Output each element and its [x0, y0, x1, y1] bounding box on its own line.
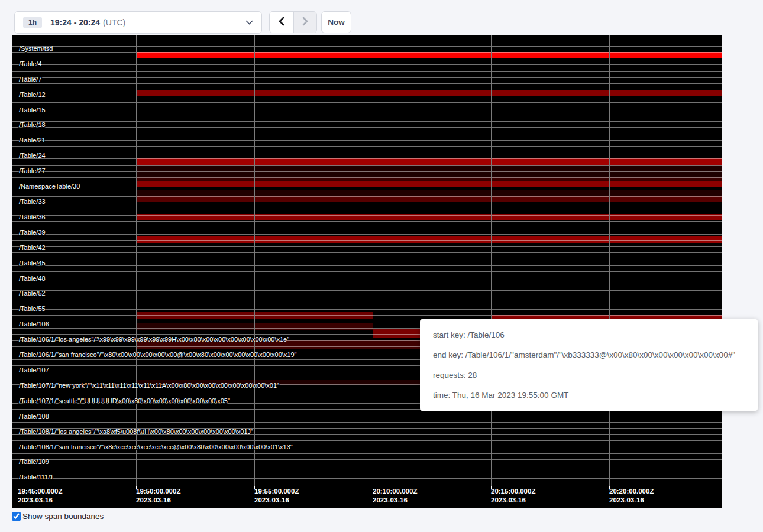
span-boundary-line	[12, 83, 722, 84]
axis-date-text: 2023-03-16	[254, 496, 299, 505]
heatmap-band	[255, 323, 373, 330]
axis-time-text: 19:50:00.000Z	[136, 487, 180, 496]
row-label: /Table/4	[19, 60, 42, 68]
row-label: /Table/21	[19, 137, 46, 144]
span-boundary-line	[12, 102, 722, 103]
heatmap-band	[137, 158, 722, 165]
time-range-badge: 1h	[23, 17, 42, 28]
span-boundary-line	[12, 466, 722, 466]
axis-time-text: 20:10:00.000Z	[373, 487, 417, 496]
row-label: /Table/106	[19, 320, 49, 328]
axis-date-text: 2023-03-16	[373, 496, 417, 505]
span-boundary-line	[12, 234, 722, 235]
span-boundary-line	[12, 196, 722, 197]
span-boundary-line	[12, 315, 722, 316]
span-boundary-line	[12, 52, 722, 53]
key-visualizer-heatmap[interactable]: /System/tsd/Table/4/Table/7/Table/12/Tab…	[12, 35, 722, 508]
row-label: /Table/24	[19, 152, 46, 160]
span-boundary-line	[12, 146, 722, 147]
span-boundary-line	[12, 271, 722, 272]
span-boundary-line	[12, 64, 722, 65]
row-label: /Table/106/1/"san francisco"/"\x80\x00\x…	[19, 351, 297, 359]
span-boundary-line	[12, 140, 722, 141]
footer-options: Show span boundaries	[12, 512, 104, 521]
span-boundary-line	[12, 472, 722, 472]
row-label: /Table/45	[19, 259, 46, 267]
span-boundary-line	[12, 252, 722, 253]
time-gridline	[254, 35, 255, 486]
span-boundary-line	[12, 46, 722, 47]
span-boundary-line	[12, 459, 722, 460]
span-boundary-line	[12, 265, 722, 266]
span-boundary-line	[12, 59, 722, 59]
axis-time-text: 20:15:00.000Z	[491, 487, 535, 496]
span-tooltip: start key: /Table/106 end key: /Table/10…	[420, 319, 758, 411]
row-label: /Table/107/1/"seattle"/"UUUUUUD\x00\x80\…	[19, 397, 230, 405]
span-boundary-line	[12, 190, 722, 190]
row-label: /Table/27	[19, 167, 46, 175]
time-gridline	[609, 35, 610, 486]
row-label: /Table/33	[19, 198, 46, 206]
next-time-button[interactable]	[293, 12, 317, 33]
row-label: /Table/18	[19, 121, 46, 129]
span-boundary-line	[12, 171, 722, 172]
time-gridline	[373, 35, 373, 486]
span-boundary-line	[12, 297, 722, 297]
span-boundary-line	[12, 416, 722, 416]
tooltip-requests: requests: 28	[433, 365, 745, 385]
row-label: /System/tsd	[19, 45, 53, 53]
prev-time-button[interactable]	[270, 12, 293, 33]
axis-time-label: 19:55:00.000Z2023-03-16	[254, 487, 299, 505]
axis-date-text: 2023-03-16	[609, 496, 654, 505]
span-boundary-line	[12, 40, 722, 40]
time-range-dropdown[interactable]: 1h 19:24 - 20:24 (UTC)	[14, 11, 262, 34]
span-boundary-line	[12, 240, 722, 241]
axis-time-text: 19:45:00.000Z	[18, 487, 62, 496]
row-label: /NamespaceTable/30	[19, 183, 80, 190]
row-label: /Table/55	[19, 305, 46, 313]
span-boundary-line	[12, 228, 722, 228]
span-boundary-line	[12, 203, 722, 203]
row-label: /Table/42	[19, 244, 46, 252]
span-boundary-line	[12, 121, 722, 122]
span-boundary-line	[12, 177, 722, 178]
span-boundary-line	[12, 115, 722, 115]
axis-time-text: 20:20:00.000Z	[609, 487, 654, 496]
span-boundary-line	[12, 209, 722, 209]
span-boundary-line	[12, 309, 722, 310]
span-boundary-line	[12, 158, 722, 159]
span-boundary-line	[12, 259, 722, 259]
row-label: /Table/52	[19, 290, 46, 297]
axis-time-label: 19:45:00.000Z2023-03-16	[18, 487, 62, 505]
span-boundary-line	[12, 153, 722, 153]
span-boundary-line	[12, 303, 722, 303]
tooltip-time: time: Thu, 16 Mar 2023 19:55:00 GMT	[433, 385, 745, 406]
span-boundary-line	[12, 478, 722, 479]
span-boundary-line	[12, 453, 722, 454]
row-label: /Table/108/1/"san francisco"/"\x8c\xcc\x…	[19, 443, 293, 451]
row-label: /Table/107	[19, 366, 49, 374]
show-span-boundaries-label[interactable]: Show span boundaries	[22, 512, 104, 521]
show-span-boundaries-checkbox[interactable]	[12, 512, 21, 521]
axis-time-text: 19:55:00.000Z	[254, 487, 299, 496]
span-boundary-line	[12, 290, 722, 291]
span-boundary-line	[12, 165, 722, 166]
row-label: /Table/106/1/"los angeles"/"\x99\x99\x99…	[19, 336, 289, 343]
axis-time-label: 19:50:00.000Z2023-03-16	[136, 487, 180, 505]
span-boundary-line	[12, 96, 722, 96]
row-label: /Table/108/1/"los angeles"/"\xa8\xf5\u00…	[19, 428, 253, 436]
axis-time-label: 20:15:00.000Z2023-03-16	[491, 487, 535, 505]
heatmap-band	[137, 52, 722, 58]
row-label: /Table/107/1/"new york"/"\x11\x11\x11\x1…	[19, 382, 279, 390]
now-button[interactable]: Now	[321, 11, 351, 33]
span-boundary-line	[12, 246, 722, 247]
span-boundary-line	[12, 77, 722, 78]
span-boundary-line	[12, 485, 722, 485]
row-label: /Table/39	[19, 229, 46, 236]
heatmap-band	[137, 196, 722, 202]
chevron-right-icon	[302, 17, 309, 28]
time-range-timezone: (UTC)	[103, 18, 125, 27]
row-label: /Table/7	[19, 76, 42, 83]
time-nav-group	[269, 11, 317, 33]
span-boundary-line	[12, 71, 722, 72]
